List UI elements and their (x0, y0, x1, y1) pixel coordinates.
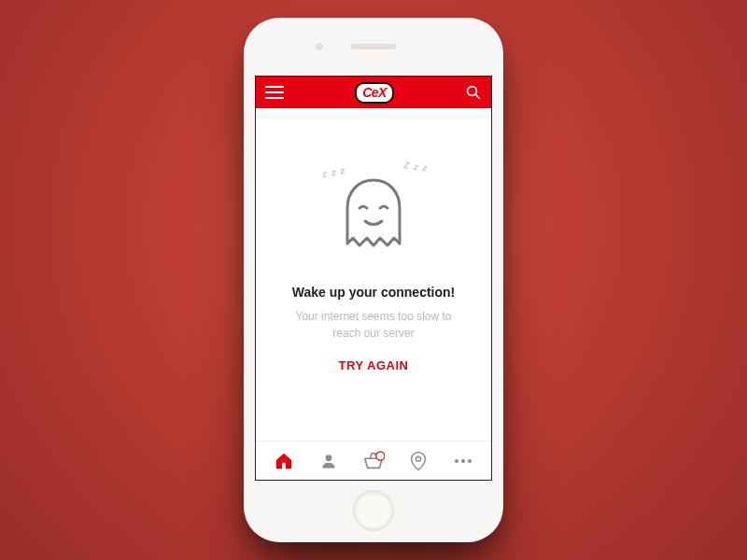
phone-camera (316, 43, 323, 50)
brand-logo: CeX (355, 82, 394, 104)
svg-point-0 (468, 87, 477, 96)
phone-frame: CeX z z z Z z z Wake up your connection!… (244, 18, 503, 542)
error-subtext: Your internet seems too slow to reach ou… (285, 309, 462, 342)
phone-home-button[interactable] (353, 490, 394, 531)
zz-right-icon: Z z z (403, 160, 430, 174)
svg-point-4 (416, 456, 420, 461)
ghost-illustration: z z z Z z z (339, 176, 408, 260)
tab-location[interactable] (400, 442, 437, 480)
phone-speaker (351, 44, 396, 49)
basket-icon (362, 451, 385, 471)
svg-point-3 (376, 451, 385, 459)
tab-bar (256, 441, 491, 480)
top-bar: CeX (256, 77, 491, 108)
home-icon (274, 451, 294, 471)
profile-icon (319, 452, 338, 470)
location-icon (410, 451, 427, 471)
more-icon (455, 459, 472, 463)
error-content: z z z Z z z Wake up your connection! You… (256, 108, 491, 441)
tab-more[interactable] (444, 442, 482, 480)
svg-line-1 (475, 94, 480, 99)
try-again-button[interactable]: TRY AGAIN (339, 358, 409, 372)
error-headline: Wake up your connection! (292, 285, 456, 300)
tab-basket[interactable] (355, 442, 392, 480)
svg-point-2 (326, 455, 332, 461)
ghost-icon (339, 176, 408, 257)
tab-home[interactable] (265, 442, 303, 480)
app-screen: CeX z z z Z z z Wake up your connection!… (255, 76, 492, 481)
tab-profile[interactable] (310, 442, 347, 480)
search-icon[interactable] (465, 84, 482, 101)
menu-icon[interactable] (265, 86, 284, 99)
